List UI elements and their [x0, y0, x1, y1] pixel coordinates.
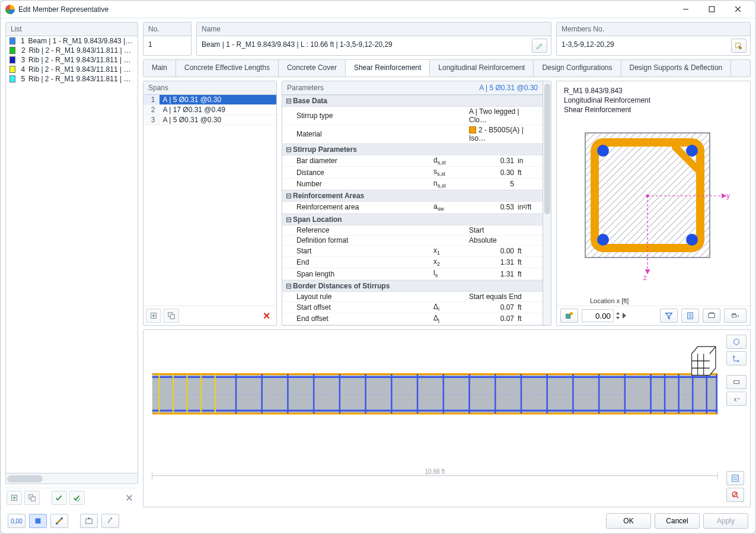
param-group[interactable]: ⊟Stirrup Parameters: [282, 144, 543, 155]
beam-settings-button[interactable]: [726, 471, 744, 485]
span-row[interactable]: 1A | 5 Ø0.31 @0.30: [143, 95, 276, 105]
filter-icon[interactable]: [660, 309, 678, 323]
cancel-button[interactable]: Cancel: [655, 513, 700, 529]
bottom-info-button[interactable]: [80, 514, 98, 528]
collapse-icon[interactable]: ⊟: [285, 215, 293, 224]
param-row[interactable]: Start offsetΔi0.07ft: [282, 302, 543, 313]
tab-main[interactable]: Main: [143, 60, 176, 77]
beam-side-tools: x: [726, 335, 747, 406]
beam-corner-tools: [726, 471, 747, 502]
apply-button[interactable]: Apply: [703, 513, 748, 529]
bottom-view-a-button[interactable]: [29, 514, 47, 528]
name-value[interactable]: Beam | 1 - R_M1 9.843/9.843 | L : 10.66 …: [200, 39, 529, 53]
param-row[interactable]: Numberns,st5: [282, 179, 543, 190]
close-button[interactable]: [725, 1, 751, 18]
list-horizontal-scrollbar[interactable]: [6, 473, 138, 484]
clear-list-button[interactable]: [122, 491, 137, 505]
collapse-icon[interactable]: ⊟: [285, 145, 293, 154]
param-row[interactable]: Endx21.31ft: [282, 257, 543, 268]
tab-concrete-effective-lengths[interactable]: Concrete Effective Lengths: [176, 60, 279, 77]
span-row[interactable]: 2A | 17 Ø0.31 @0.49: [143, 105, 276, 115]
list-item[interactable]: 3Rib | 2 - R_M1 9.843/11.811 | L : 16.40…: [6, 55, 138, 65]
view-iso-button[interactable]: [726, 335, 747, 349]
span-row[interactable]: 3A | 5 Ø0.31 @0.30: [143, 115, 276, 125]
preview-place-button[interactable]: [560, 309, 578, 323]
param-group[interactable]: ⊟Reinforcement Areas: [282, 190, 543, 202]
parameters-header: Parameters A | 5 Ø0.31 @0.30: [282, 81, 543, 95]
spans-table[interactable]: 1A | 5 Ø0.31 @0.302A | 17 Ø0.31 @0.493A …: [143, 95, 276, 125]
param-group[interactable]: ⊟Border Distances of Stirrups: [282, 280, 543, 292]
param-row[interactable]: Material2 - B500S(A) | Iso…: [282, 125, 543, 144]
units-button[interactable]: 0,00: [8, 514, 25, 528]
member-list[interactable]: 1Beam | 1 - R_M1 9.843/9.843 | L : 10.66…: [6, 36, 138, 473]
svg-text:x: x: [734, 396, 737, 402]
param-row[interactable]: Stirrup typeA | Two legged | Clo…: [282, 107, 543, 125]
collapse-icon[interactable]: ⊟: [285, 282, 293, 290]
param-row[interactable]: Definition formatAbsolute: [282, 236, 543, 246]
location-x-value[interactable]: [582, 309, 614, 322]
view-settings-icon[interactable]: [703, 309, 720, 323]
beam-elevation-view[interactable]: 10.66 ft: [148, 335, 722, 502]
ok-button[interactable]: OK: [606, 513, 651, 529]
no-value[interactable]: 1: [147, 39, 187, 53]
tab-shear-reinforcement[interactable]: Shear Reinforcement: [346, 60, 430, 77]
edit-name-button[interactable]: [532, 39, 547, 53]
view-axes-button[interactable]: [726, 351, 747, 365]
param-unit: ft: [514, 303, 540, 312]
list-label: Rib | 2 - R_M1 9.843/11.811 | L : 16.40 …: [28, 56, 134, 64]
play-icon[interactable]: [622, 312, 627, 319]
tab-concrete-cover[interactable]: Concrete Cover: [279, 60, 346, 77]
param-row[interactable]: Distancess,st0.30ft: [282, 167, 543, 178]
check-a-button[interactable]: [52, 491, 67, 505]
param-row[interactable]: Bar diameterds,st0.31in: [282, 155, 543, 167]
list-item[interactable]: 2Rib | 2 - R_M1 9.843/11.811 | L : 9.84 …: [6, 46, 138, 55]
list-item[interactable]: 1Beam | 1 - R_M1 9.843/9.843 | L : 10.66…: [6, 36, 138, 46]
values-icon[interactable]: [681, 309, 699, 323]
minimize-button[interactable]: [672, 1, 698, 18]
param-row[interactable]: Reinforcement areaasw0.53in²/ft: [282, 202, 543, 213]
left-column: List 1Beam | 1 - R_M1 9.843/9.843 | L : …: [5, 22, 138, 507]
tab-longitudinal-reinforcement[interactable]: Longitudinal Reinforcement: [430, 60, 534, 77]
param-row[interactable]: End offsetΔj0.07ft: [282, 313, 543, 325]
left-list-tools: [5, 488, 138, 507]
beam-zoom-reset-button[interactable]: [726, 488, 744, 502]
copy-item-button[interactable]: [24, 491, 40, 505]
param-row[interactable]: Startx10.00ft: [282, 246, 543, 257]
param-row[interactable]: Span lengthls1.31ft: [282, 268, 543, 279]
view-x-button[interactable]: x: [726, 392, 747, 406]
param-group[interactable]: ⊟Base Data: [282, 95, 543, 107]
new-item-button[interactable]: [7, 491, 22, 505]
tab-design-supports-deflection[interactable]: Design Supports & Deflection: [621, 60, 732, 77]
print-icon[interactable]: [724, 309, 747, 323]
pick-members-button[interactable]: [731, 39, 747, 53]
maximize-button[interactable]: [698, 1, 725, 18]
bottom-script-button[interactable]: [101, 514, 119, 528]
collapse-icon[interactable]: ⊟: [285, 192, 293, 200]
list-item[interactable]: 4Rib | 2 - R_M1 9.843/11.811 | L : 16.40…: [6, 65, 138, 74]
svg-rect-25: [152, 374, 718, 413]
cross-section-view[interactable]: y z: [557, 117, 750, 297]
svg-rect-68: [732, 475, 739, 482]
parameters-scrollbar[interactable]: [543, 81, 551, 325]
member-list-pane: List 1Beam | 1 - R_M1 9.843/9.843 | L : …: [5, 22, 138, 484]
span-delete-button[interactable]: ✕: [259, 310, 274, 322]
parameters-grid[interactable]: ⊟Base DataStirrup typeA | Two legged | C…: [282, 95, 543, 325]
param-row[interactable]: ReferenceStart: [282, 225, 543, 236]
location-x-label: Location x [ft]: [590, 297, 649, 304]
location-x-input[interactable]: [582, 309, 627, 322]
members-value[interactable]: 1-3,5-9,12-20,29: [560, 39, 729, 53]
list-item[interactable]: 5Rib | 2 - R_M1 9.843/11.811 | L : 18.04…: [6, 74, 138, 84]
param-group[interactable]: ⊟Span Location: [282, 214, 543, 225]
preview-pane: R_M1 9.843/9.843Longitudinal Reinforceme…: [556, 81, 751, 326]
svg-point-18: [646, 195, 649, 198]
span-copy-button[interactable]: [164, 309, 179, 323]
bottom-member-button[interactable]: [50, 514, 68, 528]
beam-elevation-pane: 10.66 ft x: [143, 329, 751, 507]
tab-design-configurations[interactable]: Design Configurations: [534, 60, 621, 77]
collapse-icon[interactable]: ⊟: [285, 97, 293, 105]
check-b-button[interactable]: [69, 491, 85, 505]
param-row[interactable]: Layout ruleStart equals End: [282, 292, 543, 302]
svg-point-20: [570, 312, 573, 315]
view-fit-button[interactable]: [726, 375, 747, 389]
span-add-button[interactable]: [146, 309, 161, 323]
